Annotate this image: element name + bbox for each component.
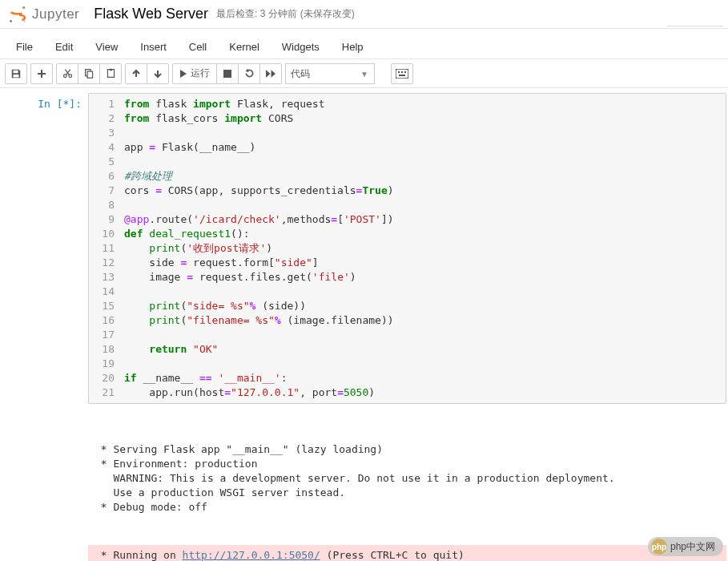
save-icon: [10, 68, 22, 79]
svg-rect-10: [109, 69, 111, 71]
save-button[interactable]: [5, 63, 27, 84]
notebook-title[interactable]: Flask Web Server: [94, 6, 208, 22]
copy-icon: [84, 68, 95, 79]
move-down-button[interactable]: [147, 63, 169, 84]
run-button-group: 运行: [172, 63, 282, 84]
svg-rect-11: [223, 70, 231, 78]
input-prompt: In [*]:: [38, 98, 82, 110]
menubar: File Edit View Insert Cell Kernel Widget…: [0, 35, 728, 59]
keyboard-icon: [396, 69, 408, 79]
svg-point-0: [10, 8, 25, 14]
output-stderr: * Running on http://127.0.0.1:5050/ (Pre…: [88, 545, 726, 561]
svg-rect-8: [87, 71, 93, 78]
fast-forward-icon: [266, 70, 276, 78]
logo-text: Jupyter: [32, 6, 79, 22]
paste-button[interactable]: [99, 63, 122, 84]
menu-help[interactable]: Help: [331, 36, 375, 58]
menu-widgets[interactable]: Widgets: [271, 36, 331, 58]
menu-kernel[interactable]: Kernel: [218, 36, 271, 58]
copy-button[interactable]: [78, 63, 100, 84]
jupyter-icon: [6, 3, 29, 26]
kernel-indicator-area: [667, 2, 723, 26]
svg-rect-12: [396, 69, 408, 79]
svg-point-2: [22, 6, 26, 9]
output-text: * Serving Flask app "__main__" (lazy loa…: [88, 441, 726, 516]
edit-button-group: [56, 63, 122, 84]
svg-point-3: [10, 20, 12, 22]
menu-cell[interactable]: Cell: [178, 36, 218, 58]
restart-run-button[interactable]: [259, 63, 282, 84]
move-button-group: [125, 63, 169, 84]
svg-point-4: [23, 20, 25, 22]
line-number-gutter: 123456789101112131415161718192021: [89, 94, 119, 403]
arrow-down-icon: [153, 69, 163, 79]
restart-icon: [244, 68, 255, 79]
restart-button[interactable]: [238, 63, 260, 84]
output-area: * Serving Flask app "__main__" (lazy loa…: [88, 407, 726, 561]
cell-type-select[interactable]: 代码: [285, 63, 375, 84]
menu-edit[interactable]: Edit: [44, 36, 84, 58]
menu-view[interactable]: View: [84, 36, 129, 58]
command-palette-button[interactable]: [391, 63, 413, 84]
watermark: php php中文网: [648, 537, 723, 556]
svg-rect-16: [399, 75, 405, 76]
output-running-prefix: * Running on: [95, 549, 183, 561]
menu-insert[interactable]: Insert: [129, 36, 178, 58]
prompt-column: In [*]:: [0, 93, 88, 404]
code-editor[interactable]: from flask import Flask, requestfrom fla…: [119, 94, 726, 403]
cell-type-select-wrap: 代码 ▼: [285, 63, 375, 84]
logo[interactable]: Jupyter: [6, 3, 79, 26]
svg-rect-14: [401, 71, 403, 73]
svg-rect-13: [398, 71, 400, 73]
watermark-text: php中文网: [670, 540, 715, 554]
watermark-logo: php: [651, 539, 667, 555]
output-server-link[interactable]: http://127.0.0.1:5050/: [183, 549, 320, 561]
header: Jupyter Flask Web Server 最后检查: 3 分钟前 (未保…: [0, 0, 728, 29]
paste-icon: [106, 68, 116, 79]
interrupt-button[interactable]: [216, 63, 239, 84]
plus-icon: [37, 69, 46, 79]
checkpoint-status: 最后检查: 3 分钟前: [216, 7, 297, 21]
run-button[interactable]: 运行: [172, 63, 217, 84]
cut-button[interactable]: [56, 63, 78, 84]
output-running-suffix: (Press CTRL+C to quit): [320, 549, 465, 561]
menu-file[interactable]: File: [5, 36, 44, 58]
stop-icon: [223, 70, 231, 78]
cut-icon: [62, 68, 73, 79]
add-cell-button[interactable]: [30, 63, 53, 84]
code-cell-1[interactable]: In [*]: 12345678910111213141516171819202…: [0, 91, 728, 406]
toolbar: 运行 代码 ▼: [0, 59, 728, 88]
input-area[interactable]: 123456789101112131415161718192021 from f…: [88, 93, 726, 404]
autosave-status: (未保存改变): [300, 7, 355, 21]
play-icon: [179, 70, 187, 78]
notebook-container: In [*]: 12345678910111213141516171819202…: [0, 88, 728, 561]
svg-rect-15: [404, 71, 406, 73]
svg-point-1: [10, 14, 25, 20]
run-label: 运行: [191, 67, 210, 80]
arrow-up-icon: [131, 69, 141, 79]
move-up-button[interactable]: [125, 63, 147, 84]
